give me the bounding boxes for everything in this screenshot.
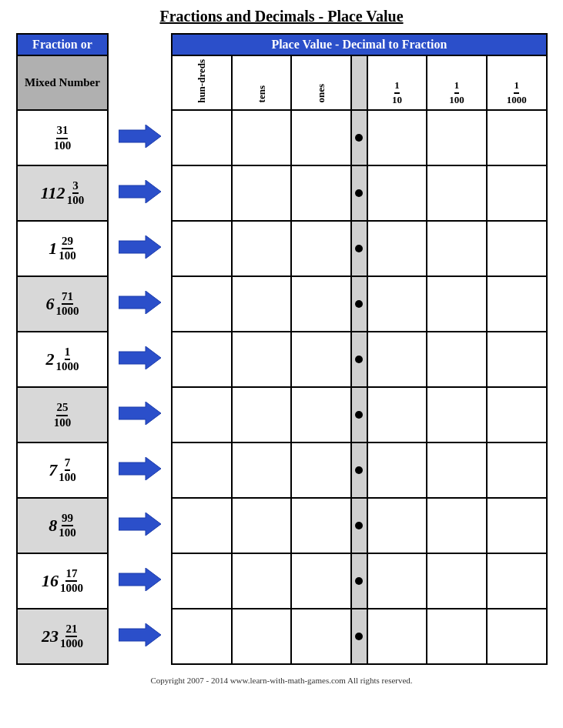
grid-hundreds-row-5 [172,387,232,442]
arrow-0 [108,110,172,165]
svg-marker-6 [119,457,161,480]
fraction-cell-9: 23211000 [17,609,109,664]
grid-hundreds-row-7 [172,498,232,553]
svg-marker-7 [119,513,161,536]
grid-ones-row-2 [291,221,351,276]
grid-thousandth-row-0 [487,110,547,165]
dot-separator-4 [351,332,367,387]
col-hundredth: 1 100 [427,55,487,110]
grid-tens-row-1 [232,165,292,221]
dot-separator-8 [351,553,367,609]
grid-tenth-row-7 [367,498,427,553]
dot-separator-9 [351,609,367,664]
arrow-5 [108,387,172,442]
svg-marker-5 [119,402,161,425]
dot-separator-2 [351,221,367,276]
arrow-2 [108,221,172,276]
grid-tens-row-9 [232,609,292,664]
fraction-cell-8: 16171000 [17,553,109,609]
dot-separator-0 [351,110,367,165]
fraction-cell-3: 6711000 [17,276,109,332]
fraction-cell-2: 129100 [17,221,109,276]
arrow-7 [108,498,172,553]
page-title: Fractions and Decimals - Place Value [159,8,403,25]
grid-thousandth-row-4 [487,332,547,387]
grid-hundredth-row-3 [427,276,487,332]
svg-marker-8 [119,568,161,591]
grid-thousandth-row-8 [487,553,547,609]
arrow-1 [108,165,172,221]
svg-marker-3 [119,291,161,314]
grid-hundredth-row-1 [427,165,487,221]
grid-ones-row-6 [291,442,351,498]
grid-tenth-row-2 [367,221,427,276]
grid-thousandth-row-7 [487,498,547,553]
grid-hundreds-row-4 [172,332,232,387]
dot-separator-7 [351,498,367,553]
grid-hundreds-row-8 [172,553,232,609]
grid-ones-row-8 [291,553,351,609]
grid-tenth-row-5 [367,387,427,442]
svg-marker-4 [119,346,161,369]
grid-hundreds-row-6 [172,442,232,498]
fraction-cell-1: 1123100 [17,165,109,221]
grid-hundreds-row-3 [172,276,232,332]
dot-separator-5 [351,387,367,442]
arrow-4 [108,332,172,387]
grid-ones-row-7 [291,498,351,553]
grid-ones-row-5 [291,387,351,442]
grid-ones-row-1 [291,165,351,221]
grid-tenth-row-8 [367,553,427,609]
grid-tens-row-3 [232,276,292,332]
grid-tenth-row-4 [367,332,427,387]
grid-ones-row-0 [291,110,351,165]
dot-separator-1 [351,165,367,221]
main-table: Fraction or Place Value - Decimal to Fra… [16,33,548,665]
grid-tens-row-7 [232,498,292,553]
grid-hundreds-row-0 [172,110,232,165]
grid-thousandth-row-6 [487,442,547,498]
grid-ones-row-9 [291,609,351,664]
svg-marker-0 [119,125,161,148]
grid-thousandth-row-9 [487,609,547,664]
fraction-cell-6: 77100 [17,442,109,498]
col-thousandth: 1 1000 [487,55,547,110]
grid-thousandth-row-5 [487,387,547,442]
svg-marker-2 [119,235,161,259]
fraction-cell-0: 31100 [17,110,109,165]
grid-thousandth-row-1 [487,165,547,221]
grid-tens-row-2 [232,221,292,276]
grid-hundredth-row-9 [427,609,487,664]
grid-tens-row-8 [232,553,292,609]
svg-marker-1 [119,180,161,203]
grid-tenth-row-0 [367,110,427,165]
col-tens: tens [232,55,292,110]
arrow-9 [108,609,172,664]
fraction-cell-4: 211000 [17,332,109,387]
grid-tens-row-4 [232,332,292,387]
grid-ones-row-4 [291,332,351,387]
grid-tens-row-5 [232,387,292,442]
grid-hundredth-row-6 [427,442,487,498]
col-ones: ones [291,55,351,110]
fraction-cell-5: 25100 [17,387,109,442]
dot-separator-6 [351,442,367,498]
grid-tenth-row-6 [367,442,427,498]
grid-hundredth-row-5 [427,387,487,442]
col-tenth: 1 10 [367,55,427,110]
col-dot [351,55,367,110]
grid-tenth-row-1 [367,165,427,221]
grid-tenth-row-3 [367,276,427,332]
grid-hundreds-row-2 [172,221,232,276]
svg-marker-9 [119,623,161,646]
dot-separator-3 [351,276,367,332]
right-header: Place Value - Decimal to Fraction [172,34,546,55]
grid-thousandth-row-3 [487,276,547,332]
grid-tens-row-0 [232,110,292,165]
arrow-3 [108,276,172,332]
fraction-cell-7: 899100 [17,498,109,553]
grid-hundredth-row-8 [427,553,487,609]
grid-hundreds-row-9 [172,609,232,664]
grid-hundredth-row-4 [427,332,487,387]
grid-hundreds-row-1 [172,165,232,221]
